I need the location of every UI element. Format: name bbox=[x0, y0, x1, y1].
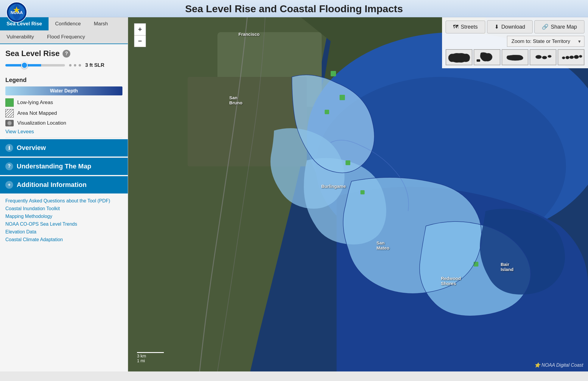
accordion-overview-label: Overview bbox=[17, 144, 46, 152]
region-thumb-alaska[interactable] bbox=[474, 49, 500, 65]
svg-point-22 bbox=[566, 56, 569, 59]
accordion-overview[interactable]: ℹ Overview bbox=[0, 139, 128, 157]
links-section: Frequently Asked Questions about the Too… bbox=[0, 193, 128, 247]
slr-value-label: 3 ft SLR bbox=[85, 62, 104, 68]
zoom-in-button[interactable]: + bbox=[134, 23, 146, 35]
slr-help-icon[interactable]: ? bbox=[63, 50, 70, 58]
slr-title: Sea Level Rise ? bbox=[5, 49, 122, 58]
main-layout: Sea Level Rise Confidence Marsh Vulnerab… bbox=[0, 17, 588, 371]
page-title: Sea Level Rise and Coastal Flooding Impa… bbox=[185, 3, 403, 15]
accordion-understanding[interactable]: ? Understanding The Map bbox=[0, 158, 128, 175]
tab-vulnerability[interactable]: Vulnerability bbox=[0, 30, 41, 44]
download-icon: ⬇ bbox=[494, 24, 499, 30]
zoom-to-select[interactable]: Zoom to: State or Territory Alabama Alas… bbox=[507, 36, 584, 47]
link-faq[interactable]: Frequently Asked Questions about the Too… bbox=[5, 198, 122, 204]
slr-title-text: Sea Level Rise bbox=[5, 49, 60, 58]
svg-point-24 bbox=[574, 55, 579, 59]
slider-row: 3 ft SLR bbox=[5, 62, 122, 68]
map-area[interactable]: Francisco SanBruno Burlingame SanMateo R… bbox=[128, 17, 588, 371]
link-coops[interactable]: NOAA CO-OPS Sea Level Trends bbox=[5, 222, 122, 227]
link-methodology[interactable]: Mapping Methodology bbox=[5, 214, 122, 219]
page-header: NOAA Sea Level Rise and Coastal Flooding… bbox=[0, 0, 588, 17]
svg-point-21 bbox=[562, 57, 565, 59]
svg-point-18 bbox=[536, 55, 542, 59]
noaa-logo: NOAA bbox=[6, 1, 27, 23]
svg-rect-15 bbox=[360, 190, 365, 194]
slider-dot-2 bbox=[74, 64, 76, 66]
svg-point-19 bbox=[542, 56, 547, 59]
region-thumbnails bbox=[446, 49, 584, 65]
link-climate[interactable]: Coastal Climate Adaptation bbox=[5, 237, 122, 242]
map-attribution: ⭐ NOAA Digital Coast bbox=[534, 362, 583, 368]
streets-label: Streets bbox=[461, 24, 478, 30]
link-elevation[interactable]: Elevation Data bbox=[5, 229, 122, 235]
slr-section: Sea Level Rise ? 3 ft SLR bbox=[0, 44, 128, 77]
map-toolbar: 🗺 Streets ⬇ Download 🔗 Share Map Zoom to… bbox=[442, 17, 588, 68]
view-levees-link[interactable]: View Levees bbox=[5, 129, 122, 135]
legend-camera-icon bbox=[5, 120, 14, 126]
legend-not-mapped-icon bbox=[5, 109, 14, 117]
svg-rect-13 bbox=[325, 110, 329, 114]
legend-low-lying: Low-lying Areas bbox=[5, 98, 122, 107]
understanding-icon: ? bbox=[5, 162, 13, 170]
zoom-controls: + − bbox=[134, 23, 146, 47]
legend-not-mapped: Area Not Mapped bbox=[5, 109, 122, 117]
scale-line bbox=[137, 352, 164, 353]
svg-point-23 bbox=[570, 56, 574, 59]
accordion-understanding-label: Understanding The Map bbox=[17, 162, 91, 170]
map-background: Francisco SanBruno Burlingame SanMateo R… bbox=[128, 17, 588, 371]
share-button[interactable]: 🔗 Share Map bbox=[534, 20, 584, 33]
svg-rect-16 bbox=[474, 262, 478, 267]
overview-icon: ℹ bbox=[5, 144, 13, 152]
region-thumb-hawaii[interactable] bbox=[558, 49, 584, 65]
left-panel: Sea Level Rise Confidence Marsh Vulnerab… bbox=[0, 17, 128, 371]
svg-rect-14 bbox=[346, 160, 350, 165]
slr-slider[interactable] bbox=[5, 64, 65, 66]
accordion-additional[interactable]: + Additional Information bbox=[0, 176, 128, 193]
scale-km-label: 3 km bbox=[137, 354, 164, 358]
region-thumb-contiguous-us[interactable] bbox=[446, 49, 472, 65]
download-button[interactable]: ⬇ Download bbox=[487, 20, 533, 33]
legend-section: Legend Water Depth Low-lying Areas Area … bbox=[0, 77, 128, 138]
slider-dot-3 bbox=[79, 64, 81, 66]
link-toolkit[interactable]: Coastal Inundation Toolkit bbox=[5, 206, 122, 211]
streets-icon: 🗺 bbox=[453, 24, 458, 30]
scale-bar: 3 km 1 mi bbox=[137, 352, 164, 363]
tab-marsh[interactable]: Marsh bbox=[87, 17, 114, 30]
svg-rect-17 bbox=[477, 59, 480, 62]
legend-viz-location-label: Visualization Location bbox=[17, 120, 66, 126]
attribution-icon: ⭐ bbox=[534, 363, 542, 368]
region-thumb-puerto-rico[interactable] bbox=[502, 49, 528, 65]
tab-confidence[interactable]: Confidence bbox=[49, 17, 87, 30]
legend-not-mapped-label: Area Not Mapped bbox=[17, 110, 57, 116]
share-icon: 🔗 bbox=[542, 24, 548, 30]
zoom-to-row: Zoom to: State or Territory Alabama Alas… bbox=[507, 36, 584, 47]
accordion-additional-label: Additional Information bbox=[17, 181, 87, 189]
scale-mi-label: 1 mi bbox=[137, 358, 164, 363]
download-label: Download bbox=[501, 24, 525, 30]
slider-dots bbox=[69, 64, 81, 66]
legend-title: Legend bbox=[5, 77, 122, 83]
slider-dot-1 bbox=[69, 64, 71, 66]
svg-point-25 bbox=[579, 55, 582, 58]
legend-viz-location: Visualization Location bbox=[5, 120, 122, 126]
svg-point-20 bbox=[548, 55, 551, 58]
additional-icon: + bbox=[5, 181, 13, 189]
map-svg-canvas bbox=[128, 17, 588, 371]
svg-rect-12 bbox=[340, 95, 345, 100]
legend-low-lying-label: Low-lying Areas bbox=[17, 100, 53, 106]
divider-1 bbox=[5, 138, 122, 138]
zoom-out-button[interactable]: − bbox=[134, 35, 146, 47]
share-label: Share Map bbox=[551, 24, 577, 30]
zoom-to-wrapper: Zoom to: State or Territory Alabama Alas… bbox=[507, 36, 584, 47]
legend-low-lying-icon bbox=[5, 98, 14, 107]
region-thumb-virgin-islands[interactable] bbox=[530, 49, 556, 65]
tab-flood-frequency[interactable]: Flood Frequency bbox=[41, 30, 92, 44]
svg-rect-11 bbox=[331, 71, 336, 76]
toolbar-row-1: 🗺 Streets ⬇ Download 🔗 Share Map bbox=[446, 20, 584, 33]
streets-button[interactable]: 🗺 Streets bbox=[446, 21, 485, 33]
legend-water-depth-bar: Water Depth bbox=[5, 86, 122, 95]
